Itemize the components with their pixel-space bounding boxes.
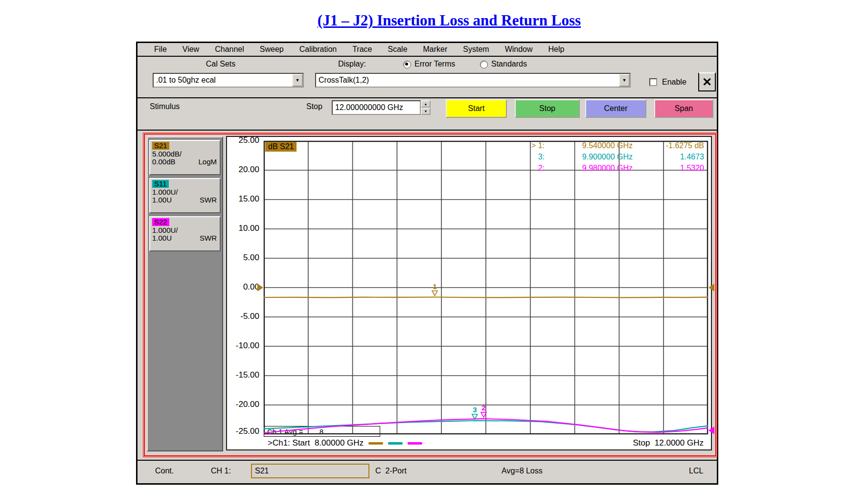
center-button[interactable]: Center [585, 99, 646, 118]
trace-button-s11[interactable]: S11 1.000U/ 1.00U SWR [149, 178, 221, 213]
menu-marker[interactable]: Marker [415, 45, 456, 54]
standards-radio[interactable] [480, 61, 488, 68]
s22-format: SWR [200, 234, 217, 242]
y-tick: 0.00 [227, 282, 259, 293]
trace-sidebar: S21 5.000dB/ 0.00dB LogM S11 1.000U/ 1.0… [147, 136, 223, 451]
menu-sweep[interactable]: Sweep [252, 45, 292, 54]
cal-sets-value: .01 to 50ghz ecal [154, 76, 292, 85]
marker-1-value: -1.6275 dB [633, 140, 704, 151]
marker-3-freq: 9.900000 GHz [545, 151, 633, 162]
s21-legend-dash-icon [368, 442, 383, 445]
menu-scale[interactable]: Scale [380, 45, 415, 54]
display-term-value: CrossTalk(1,2) [316, 76, 619, 85]
menu-calibration[interactable]: Calibration [292, 45, 344, 54]
s22-ref: 1.00U [152, 234, 172, 242]
marker-3-value: 1.4673 [633, 151, 704, 162]
enable-checkbox-label[interactable]: Enable [662, 78, 686, 87]
s21-format: LogM [198, 158, 217, 166]
marker-2-value: 1.5320 [633, 162, 704, 174]
s11-ref: 1.00U [152, 196, 172, 204]
trace-button-s22[interactable]: S22 1.000U/ 1.00U SWR [149, 216, 221, 251]
graticule: 132 [264, 141, 708, 434]
stimulus-bar: Stimulus Stop ▲ ▼ Start Stop Center Span [137, 98, 717, 131]
y-tick: -25.00 [227, 426, 259, 437]
y-tick: 5.00 [227, 253, 259, 264]
y-tick: 15.00 [227, 194, 259, 205]
cal-sets-combobox[interactable]: .01 to 50ghz ecal ▼ [153, 73, 304, 88]
marker-3-readout: 3: 9.900000 GHz 1.4673 [486, 151, 704, 162]
menu-bar: File View Channel Sweep Calibration Trac… [137, 43, 717, 57]
channel-label: CH 1: [211, 467, 231, 475]
svg-text:1: 1 [433, 282, 436, 291]
trace-button-s21[interactable]: S21 5.000dB/ 0.00dB LogM [149, 140, 221, 175]
display-term-combobox[interactable]: CrossTalk(1,2) ▼ [315, 73, 631, 88]
menu-file[interactable]: File [146, 45, 175, 54]
spinner-up-icon[interactable]: ▲ [421, 100, 431, 108]
avg-status: Avg=8 Loss [502, 467, 543, 475]
display-label: Display: [338, 60, 366, 68]
plot-footer: >Ch1: Start 8.00000 GHz Stop 12.0000 GHz [227, 438, 711, 450]
error-terms-radio-label[interactable]: Error Terms [414, 60, 455, 68]
s21-scale: 5.000dB/ [152, 150, 218, 158]
s22-legend-dash-icon [408, 442, 422, 445]
stop-button[interactable]: Stop [515, 99, 580, 118]
cal-status: C 2-Port [375, 467, 407, 475]
stop-field-label: Stop [306, 102, 322, 111]
s11-trace-chip: S11 [152, 180, 169, 188]
y-tick: 10.00 [227, 224, 259, 234]
s11-format: SWR [200, 196, 217, 204]
menu-window[interactable]: Window [497, 45, 541, 54]
marker-2-id: 2: [486, 162, 545, 174]
active-measurement-box[interactable]: S21 [251, 464, 369, 478]
spinner-down-icon[interactable]: ▼ [421, 108, 431, 115]
marker-1-readout: > 1: 9.540000 GHz -1.6275 dB [486, 140, 704, 151]
s21-reference-arrow-left-icon [257, 284, 263, 291]
y-tick: -15.00 [227, 370, 259, 381]
enable-checkbox[interactable] [649, 78, 657, 86]
status-bar: Cont. CH 1: S21 C 2-Port Avg=8 Loss LCL [137, 460, 717, 483]
start-button[interactable]: Start [446, 99, 507, 118]
svg-text:3: 3 [473, 405, 477, 414]
marker-1-freq: 9.540000 GHz [545, 140, 633, 151]
svg-text:2: 2 [481, 403, 485, 412]
plot-format-label: dB S21 [265, 142, 297, 152]
close-icon: ✕ [702, 76, 712, 88]
menu-trace[interactable]: Trace [344, 45, 380, 54]
s21-reference-arrow-right-icon [708, 284, 714, 291]
lcl-status: LCL [689, 467, 703, 475]
y-tick: -20.00 [227, 400, 259, 410]
chevron-down-icon[interactable]: ▼ [619, 74, 630, 87]
sweep-start-annotation: >Ch1: Start 8.00000 GHz [268, 438, 422, 448]
error-terms-radio[interactable] [403, 61, 411, 68]
menu-help[interactable]: Help [541, 45, 572, 54]
sweep-status: Cont. [155, 467, 174, 475]
y-tick: 20.00 [227, 165, 259, 176]
y-tick: -5.00 [227, 312, 259, 322]
trace-plot-svg: 132 [264, 141, 708, 434]
standards-radio-label[interactable]: Standards [491, 60, 527, 68]
marker-2-freq: 9.980000 GHz [545, 162, 633, 174]
chevron-down-icon[interactable]: ▼ [292, 74, 303, 87]
cal-sets-panel: Cal Sets .01 to 50ghz ecal ▼ Display: Er… [137, 57, 717, 97]
sweep-stop-annotation: Stop 12.0000 GHz [633, 438, 704, 448]
menu-channel[interactable]: Channel [207, 45, 252, 54]
cal-sets-label: Cal Sets [186, 60, 255, 68]
span-button[interactable]: Span [654, 99, 713, 118]
s21-trace-chip: S21 [152, 142, 169, 150]
marker-1-id: > 1: [486, 140, 545, 151]
menu-system[interactable]: System [455, 45, 497, 54]
s11-legend-dash-icon [388, 442, 403, 445]
s22-reference-arrow-right-icon [708, 426, 714, 434]
s21-ref: 0.00dB [152, 158, 176, 166]
close-button[interactable]: ✕ [698, 72, 716, 91]
screenshot-canvas: (J1 – J2) Insertion Loss and Return Loss… [0, 0, 868, 493]
pna-app-window: File View Channel Sweep Calibration Trac… [136, 42, 718, 485]
measurement-plot-window: S21 5.000dB/ 0.00dB LogM S11 1.000U/ 1.0… [144, 134, 716, 456]
menu-view[interactable]: View [175, 45, 207, 54]
sweep-start-text: >Ch1: Start 8.00000 GHz [268, 438, 364, 448]
s11-scale: 1.000U/ [152, 188, 218, 196]
page-title: (J1 – J2) Insertion Loss and Return Loss [136, 12, 762, 29]
marker-3-id: 3: [486, 151, 545, 162]
marker-2-readout: 2: 9.980000 GHz 1.5320 [486, 162, 704, 174]
stop-frequency-input[interactable] [332, 100, 421, 115]
